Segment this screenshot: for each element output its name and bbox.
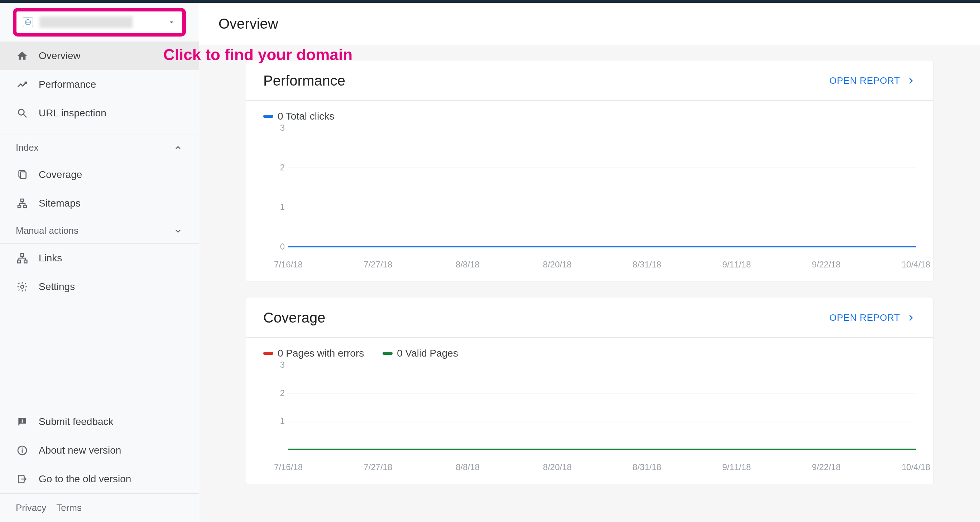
svg-line-4 — [24, 114, 27, 117]
coverage-legend: 0 Pages with errors 0 Valid Pages — [263, 347, 916, 359]
sidebar-section-label: Manual actions — [16, 225, 78, 236]
sidebar-item-submit-feedback[interactable]: Submit feedback — [0, 408, 199, 436]
sidebar-section-manual-actions[interactable]: Manual actions — [0, 218, 199, 243]
x-tick: 8/20/18 — [543, 260, 572, 270]
sitemaps-icon — [16, 197, 29, 210]
main-content: Overview Performance OPEN REPORT — [199, 3, 980, 522]
open-report-label: OPEN REPORT — [829, 75, 900, 86]
info-icon — [16, 444, 29, 457]
sidebar-footer: Privacy Terms — [0, 493, 199, 522]
page-header: Overview — [199, 3, 980, 45]
sidebar: Overview Performance URL inspection Inde… — [0, 3, 199, 522]
performance-legend: 0 Total clicks — [263, 111, 916, 122]
coverage-card: Coverage OPEN REPORT 0 Pages with errors — [246, 298, 934, 484]
gear-icon — [16, 280, 29, 293]
sidebar-item-label: Performance — [39, 79, 96, 90]
sidebar-item-label: Go to the old version — [39, 473, 131, 485]
caret-down-icon — [167, 18, 176, 27]
x-tick: 9/22/18 — [812, 462, 841, 472]
sidebar-item-overview[interactable]: Overview — [0, 41, 199, 70]
legend-swatch — [383, 352, 393, 355]
home-icon — [16, 49, 29, 62]
sidebar-item-label: Settings — [39, 281, 75, 292]
sidebar-item-label: Overview — [39, 50, 81, 62]
y-tick: 3 — [267, 360, 285, 370]
legend-item-valid: 0 Valid Pages — [383, 347, 458, 359]
y-tick: 3 — [267, 123, 285, 133]
sidebar-nav: Overview Performance URL inspection Inde… — [0, 41, 199, 301]
x-tick: 10/4/18 — [902, 462, 930, 472]
sidebar-item-about-new-version[interactable]: About new version — [0, 436, 199, 465]
top-accent-bar — [0, 0, 980, 3]
sidebar-item-url-inspection[interactable]: URL inspection — [0, 99, 199, 127]
chevron-down-icon — [173, 226, 183, 236]
performance-icon — [16, 78, 29, 91]
y-tick: 0 — [267, 242, 285, 252]
x-tick: 8/8/18 — [456, 260, 480, 270]
chevron-right-icon — [906, 76, 916, 86]
y-tick: 2 — [267, 163, 285, 173]
sidebar-item-sitemaps[interactable]: Sitemaps — [0, 189, 199, 218]
x-tick: 8/31/18 — [633, 462, 661, 472]
coverage-icon — [16, 168, 29, 181]
performance-open-report-button[interactable]: OPEN REPORT — [829, 75, 916, 86]
performance-card: Performance OPEN REPORT 0 Total clicks — [246, 61, 934, 281]
legend-label: 0 Valid Pages — [397, 347, 458, 359]
property-selector[interactable] — [13, 8, 186, 36]
sidebar-item-settings[interactable]: Settings — [0, 273, 199, 301]
sidebar-section-index[interactable]: Index — [0, 135, 199, 160]
page-title: Overview — [218, 16, 961, 32]
search-icon — [16, 107, 29, 120]
coverage-chart: 123 7/16/187/27/188/8/188/20/188/31/189/… — [267, 365, 916, 472]
legend-item-total-clicks: 0 Total clicks — [263, 111, 334, 122]
svg-rect-17 — [22, 449, 23, 452]
sidebar-item-coverage[interactable]: Coverage — [0, 160, 199, 189]
x-tick: 7/16/18 — [274, 462, 303, 472]
legend-label: 0 Pages with errors — [278, 347, 364, 359]
svg-rect-7 — [21, 199, 24, 202]
y-tick: 1 — [267, 416, 285, 426]
series-line — [288, 246, 916, 248]
open-report-label: OPEN REPORT — [829, 312, 900, 323]
x-tick: 8/20/18 — [543, 462, 572, 472]
svg-rect-8 — [18, 205, 21, 208]
sidebar-item-label: Links — [39, 252, 62, 264]
x-tick: 9/11/18 — [722, 260, 751, 270]
svg-rect-12 — [24, 260, 27, 263]
svg-rect-10 — [21, 254, 24, 256]
y-tick: 1 — [267, 202, 285, 212]
property-name-redacted — [40, 16, 132, 28]
performance-chart: 0123 7/16/187/27/188/8/188/20/188/31/189… — [267, 128, 916, 270]
legend-swatch — [263, 115, 273, 118]
sidebar-item-performance[interactable]: Performance — [0, 70, 199, 99]
privacy-link[interactable]: Privacy — [16, 502, 46, 513]
legend-swatch — [263, 352, 273, 355]
exit-icon — [16, 473, 29, 486]
sidebar-item-go-to-old-version[interactable]: Go to the old version — [0, 465, 199, 493]
performance-card-title: Performance — [263, 73, 345, 89]
globe-icon — [23, 17, 33, 27]
sidebar-item-links[interactable]: Links — [0, 244, 199, 273]
terms-link[interactable]: Terms — [56, 502, 82, 513]
feedback-icon — [16, 415, 29, 428]
chevron-right-icon — [906, 313, 916, 323]
svg-point-3 — [18, 109, 24, 115]
x-tick: 10/4/18 — [902, 260, 930, 270]
svg-point-13 — [21, 286, 24, 289]
sidebar-item-label: URL inspection — [39, 108, 107, 119]
x-tick: 7/16/18 — [274, 260, 303, 270]
svg-rect-6 — [21, 172, 26, 179]
x-tick: 9/22/18 — [812, 260, 841, 270]
x-tick: 7/27/18 — [364, 260, 392, 270]
coverage-open-report-button[interactable]: OPEN REPORT — [829, 312, 916, 323]
sidebar-item-label: Submit feedback — [39, 416, 113, 427]
x-tick: 8/8/18 — [456, 462, 480, 472]
x-tick: 9/11/18 — [722, 462, 751, 472]
svg-rect-14 — [22, 419, 23, 422]
svg-rect-9 — [24, 205, 27, 208]
x-tick: 7/27/18 — [364, 462, 392, 472]
legend-item-errors: 0 Pages with errors — [263, 347, 364, 359]
svg-rect-15 — [22, 422, 23, 423]
svg-rect-11 — [18, 260, 21, 263]
series-line — [288, 449, 916, 450]
